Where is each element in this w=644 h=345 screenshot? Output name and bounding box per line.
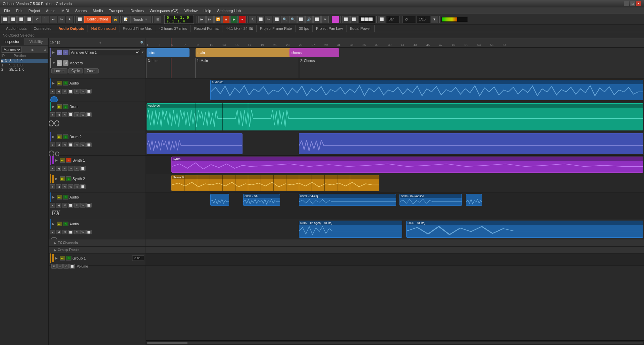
- audio3-btn2[interactable]: ◀: [56, 230, 61, 234]
- group1-solo[interactable]: S: [66, 256, 71, 261]
- drum-r[interactable]: R: [74, 112, 79, 117]
- drum2-w[interactable]: W: [80, 142, 86, 147]
- menu-media[interactable]: Media: [90, 8, 106, 13]
- transport-next[interactable]: ⏭: [206, 16, 214, 23]
- synth2-fold[interactable]: ▶: [55, 177, 59, 180]
- audio3-clip-2[interactable]: 6039 - 84-kaj: [406, 221, 643, 238]
- close-button[interactable]: ✕: [636, 1, 641, 6]
- drum-btn2[interactable]: ◀: [56, 112, 61, 117]
- audio2-btn1[interactable]: ●: [50, 203, 55, 208]
- toolbar-config-lock[interactable]: 🔒: [112, 16, 119, 23]
- arr-intro[interactable]: intro: [147, 48, 190, 57]
- audio2-btn5[interactable]: ⬜: [86, 203, 92, 208]
- drum2-btn5[interactable]: ⬜: [86, 142, 92, 147]
- group1-btn2[interactable]: ⬜: [69, 264, 75, 269]
- transport-record[interactable]: ●: [238, 16, 246, 23]
- toolbar-btn-3[interactable]: ⬜: [17, 16, 25, 23]
- arranger-menu[interactable]: ▼: [141, 51, 144, 54]
- toolbar-range[interactable]: ⬜: [257, 16, 264, 23]
- audio3-clip-1[interactable]: 6015 - 12-ogenj - 84-kaj: [299, 221, 402, 238]
- menu-midi[interactable]: MIDI: [59, 8, 72, 13]
- toolbar-split[interactable]: ✂: [265, 16, 272, 23]
- drum-btn5[interactable]: ⬜: [86, 112, 92, 117]
- synth1-w[interactable]: W: [68, 166, 73, 171]
- toolbar-btn-1[interactable]: ⬜: [1, 16, 9, 23]
- synth1-r[interactable]: R: [74, 166, 79, 171]
- audio1-btn2[interactable]: ◀: [56, 89, 61, 94]
- toolbar-mute[interactable]: ⬜: [297, 16, 305, 23]
- add-track-btn[interactable]: +: [99, 41, 101, 45]
- audio3-mute[interactable]: m: [57, 222, 62, 226]
- toolbar-undo[interactable]: ↩: [50, 16, 57, 23]
- synth1-solo[interactable]: S: [66, 158, 71, 163]
- synth2-solo[interactable]: S: [66, 176, 71, 181]
- menu-window[interactable]: Window: [182, 8, 200, 13]
- audio2-clip-5[interactable]: [466, 194, 482, 206]
- drum2-clip-1[interactable]: [147, 133, 243, 154]
- drum-btn3[interactable]: ⟲: [62, 112, 67, 117]
- drum2-mute[interactable]: m: [57, 134, 62, 139]
- toolbar-cursor[interactable]: ↖: [249, 16, 256, 23]
- menu-file[interactable]: File: [1, 8, 13, 13]
- audio1-w[interactable]: W: [80, 89, 86, 94]
- audio1-solo[interactable]: S: [63, 81, 68, 85]
- audio2-mute[interactable]: m: [57, 195, 62, 199]
- audio2-clip-4[interactable]: 6039 - 84-kaplice: [399, 194, 462, 206]
- audio3-btn5[interactable]: ⬜: [86, 230, 92, 234]
- locate-btn[interactable]: Locate: [51, 68, 67, 73]
- audio-inputs[interactable]: Audio Inputs: [3, 25, 30, 32]
- synth1-clip[interactable]: Synth: [171, 157, 643, 173]
- toolbar-zoom-in[interactable]: 🔍: [281, 16, 288, 23]
- drum2-clip-2[interactable]: [299, 133, 643, 154]
- marker-label-main[interactable]: 1: Main: [197, 59, 208, 63]
- toolbar-redo[interactable]: ↪: [58, 16, 65, 23]
- menu-project[interactable]: Project: [26, 8, 43, 13]
- audio-clip-01[interactable]: Audio-01: [210, 80, 643, 100]
- audio2-r[interactable]: R: [74, 203, 79, 208]
- audio3-btn1[interactable]: ●: [50, 230, 55, 234]
- synth1-btn4[interactable]: ⬜: [80, 166, 86, 171]
- toolbar-btn-6[interactable]: ⬛: [42, 16, 49, 23]
- drum-fold[interactable]: ▶: [52, 105, 56, 108]
- audio3-btn3[interactable]: ⟲: [62, 230, 67, 234]
- drum-w[interactable]: W: [80, 112, 86, 117]
- tab-inspector[interactable]: Inspector: [0, 38, 24, 45]
- toolbar-color[interactable]: [332, 16, 339, 23]
- audio2-fold[interactable]: ▶: [52, 195, 56, 199]
- group1-btn1[interactable]: ⟲: [63, 264, 69, 269]
- synth2-mute[interactable]: m: [60, 176, 65, 181]
- synth2-btn2[interactable]: ◀: [56, 184, 61, 189]
- audio2-clip-3[interactable]: 6039 - 84-kaj: [299, 194, 396, 206]
- audio1-r[interactable]: R: [74, 89, 79, 94]
- toolbar-velocity[interactable]: ⬜: [313, 16, 321, 23]
- audio2-btn4[interactable]: ⬜: [68, 203, 73, 208]
- audio2-solo[interactable]: S: [63, 195, 68, 199]
- drum2-btn3[interactable]: ⟲: [62, 142, 67, 147]
- scroll-thumb[interactable]: [147, 342, 187, 344]
- synth2-btn4[interactable]: ⬜: [80, 184, 86, 189]
- drum-clip-full[interactable]: Audio 06: [147, 103, 643, 130]
- arranger-fold[interactable]: ▶: [52, 51, 56, 54]
- menu-transport[interactable]: Transport: [106, 8, 127, 13]
- synth1-fold[interactable]: ▶: [55, 159, 59, 162]
- audio3-r[interactable]: R: [74, 230, 79, 234]
- zoom-btn[interactable]: Zoom: [84, 68, 99, 73]
- audio3-solo[interactable]: S: [63, 222, 68, 226]
- cycle-btn[interactable]: Cycle: [68, 68, 83, 73]
- toolbar-btn-5[interactable]: ↺: [34, 16, 41, 23]
- audio3-btn4[interactable]: ⬜: [68, 230, 73, 234]
- synth2-w[interactable]: W: [68, 184, 73, 189]
- audio1-mute[interactable]: m: [57, 81, 62, 85]
- synth1-mute[interactable]: m: [60, 158, 65, 163]
- equal-power[interactable]: Equal Power: [346, 25, 374, 32]
- audio1-btn4[interactable]: ⬜: [68, 89, 73, 94]
- scroll-track[interactable]: [147, 342, 643, 344]
- toolbar-btn-4[interactable]: ⬜: [25, 16, 33, 23]
- toolbar-btn-2[interactable]: ⬜: [9, 16, 17, 23]
- group1-mute[interactable]: m: [60, 256, 65, 261]
- audio2-clip-2[interactable]: 6039 - 84-: [243, 194, 280, 206]
- toolbar-touch[interactable]: Touch ▼: [130, 16, 151, 23]
- menu-audio[interactable]: Audio: [43, 8, 58, 13]
- arr-chorus[interactable]: chorus: [289, 48, 339, 57]
- marker-row-0[interactable]: ▶ 3 3. 1. 1. 0: [1, 59, 48, 63]
